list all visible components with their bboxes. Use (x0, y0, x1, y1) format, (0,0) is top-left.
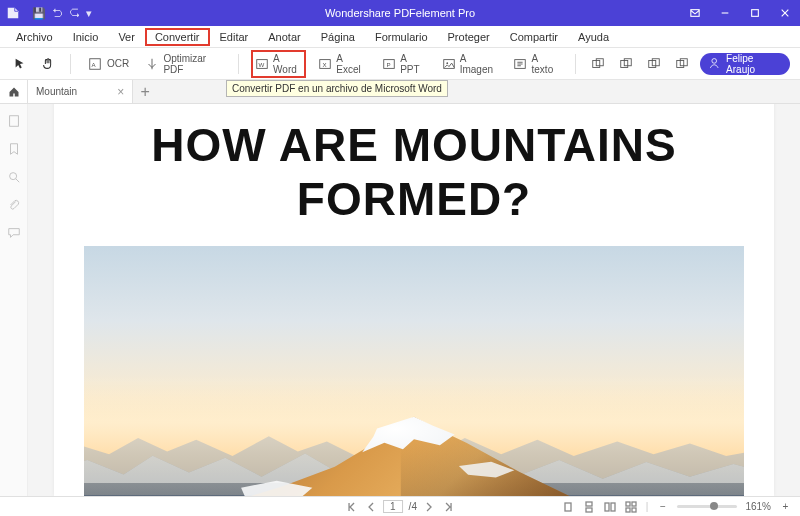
page-current[interactable]: 1 (383, 500, 403, 513)
cursor-icon (12, 56, 28, 72)
user-name: Felipe Araujo (726, 53, 778, 75)
zoom-out-icon[interactable]: − (656, 500, 669, 513)
menu-formulario[interactable]: Formulario (365, 28, 438, 46)
menu-anotar[interactable]: Anotar (258, 28, 310, 46)
thumbnails-icon[interactable] (7, 114, 21, 128)
menu-inicio[interactable]: Inicio (63, 28, 109, 46)
next-page-icon[interactable] (423, 500, 436, 513)
redo-icon[interactable]: ⮎ (69, 7, 80, 19)
word-icon: W (255, 56, 269, 72)
batch-1-button[interactable] (588, 53, 608, 75)
to-text-button[interactable]: A texto (509, 50, 562, 78)
svg-rect-35 (611, 503, 615, 511)
menubar: Archivo Inicio Ver Convertir Editar Anot… (0, 26, 800, 48)
batch-2-button[interactable] (616, 53, 636, 75)
svg-text:P: P (386, 60, 390, 67)
tab-label: Mountain (36, 86, 77, 97)
view-continuous-icon[interactable] (583, 500, 596, 513)
separator (575, 54, 576, 74)
page-total: /4 (409, 501, 417, 512)
undo-icon[interactable]: ⮌ (52, 7, 63, 19)
statusbar: 1 /4 | − 161% + (0, 496, 800, 516)
svg-rect-37 (632, 502, 636, 506)
batch-3-button[interactable] (644, 53, 664, 75)
to-word-label: A Word (273, 53, 302, 75)
svg-point-29 (9, 173, 16, 180)
to-ppt-button[interactable]: P A PPT (378, 50, 429, 78)
separator (70, 54, 71, 74)
ppt-icon: P (382, 56, 396, 72)
close-button[interactable] (770, 0, 800, 26)
svg-rect-2 (752, 10, 759, 17)
svg-rect-28 (9, 116, 18, 127)
svg-rect-38 (626, 508, 630, 512)
menu-pagina[interactable]: Página (311, 28, 365, 46)
close-tab-icon[interactable]: × (117, 85, 124, 99)
app-logo (0, 6, 26, 20)
document-tab[interactable]: Mountain × (28, 80, 133, 103)
menu-convertir[interactable]: Convertir (145, 28, 210, 46)
menu-editar[interactable]: Editar (210, 28, 259, 46)
to-image-button[interactable]: A Imagen (437, 50, 501, 78)
svg-line-30 (15, 179, 19, 183)
to-excel-button[interactable]: X A Excel (314, 50, 370, 78)
menu-compartir[interactable]: Compartir (500, 28, 568, 46)
view-two-icon[interactable] (604, 500, 617, 513)
attachments-icon[interactable] (7, 198, 21, 212)
ocr-button[interactable]: A OCR (83, 53, 133, 75)
zoom-slider[interactable] (677, 505, 737, 508)
menu-ayuda[interactable]: Ayuda (568, 28, 619, 46)
svg-rect-32 (586, 502, 592, 506)
menu-archivo[interactable]: Archivo (6, 28, 63, 46)
svg-point-27 (712, 58, 717, 63)
ocr-icon: A (87, 56, 103, 72)
to-word-button[interactable]: W A Word (251, 50, 306, 78)
batch-icon (618, 56, 634, 72)
zoom-in-icon[interactable]: + (779, 500, 792, 513)
svg-rect-39 (632, 508, 636, 512)
titlebar: 💾 ⮌ ⮎ ▾ Wondershare PDFelement Pro (0, 0, 800, 26)
document-heading: HOW ARE MOUNTAINS FORMED? (74, 118, 754, 226)
home-button[interactable] (0, 80, 28, 103)
comments-icon[interactable] (7, 226, 21, 240)
menu-ver[interactable]: Ver (108, 28, 145, 46)
text-icon (513, 56, 527, 72)
excel-icon: X (318, 56, 332, 72)
first-page-icon[interactable] (345, 500, 358, 513)
app-title: Wondershare PDFelement Pro (325, 7, 475, 19)
toolbar: A OCR Optimizar PDF W A Word X A Excel P… (0, 48, 800, 80)
save-icon[interactable]: 💾 (32, 7, 46, 20)
svg-point-14 (446, 62, 448, 64)
mail-icon[interactable] (680, 0, 710, 26)
svg-rect-33 (586, 508, 592, 512)
view-single-icon[interactable] (562, 500, 575, 513)
hand-tool[interactable] (38, 53, 58, 75)
optimize-label: Optimizar PDF (163, 53, 222, 75)
qat-more-icon[interactable]: ▾ (86, 7, 92, 20)
prev-page-icon[interactable] (364, 500, 377, 513)
svg-text:A: A (91, 60, 96, 67)
optimize-button[interactable]: Optimizar PDF (141, 50, 226, 78)
batch-4-button[interactable] (672, 53, 692, 75)
svg-rect-0 (691, 10, 699, 17)
to-excel-label: A Excel (336, 53, 366, 75)
batch-icon (674, 56, 690, 72)
view-two-cont-icon[interactable] (625, 500, 638, 513)
add-tab-button[interactable]: + (133, 80, 157, 103)
image-icon (441, 56, 455, 72)
maximize-button[interactable] (740, 0, 770, 26)
to-image-label: A Imagen (460, 53, 498, 75)
to-text-label: A texto (532, 53, 559, 75)
ocr-label: OCR (107, 58, 129, 69)
document-stage[interactable]: HOW ARE MOUNTAINS FORMED? (28, 104, 800, 496)
hand-icon (40, 56, 56, 72)
svg-rect-31 (565, 503, 571, 511)
select-tool[interactable] (10, 53, 30, 75)
bookmarks-icon[interactable] (7, 142, 21, 156)
last-page-icon[interactable] (442, 500, 455, 513)
menu-proteger[interactable]: Proteger (438, 28, 500, 46)
minimize-button[interactable] (710, 0, 740, 26)
search-icon[interactable] (7, 170, 21, 184)
tooltip: Convertir PDF en un archivo de Microsoft… (226, 80, 448, 97)
user-pill[interactable]: Felipe Araujo (700, 53, 790, 75)
